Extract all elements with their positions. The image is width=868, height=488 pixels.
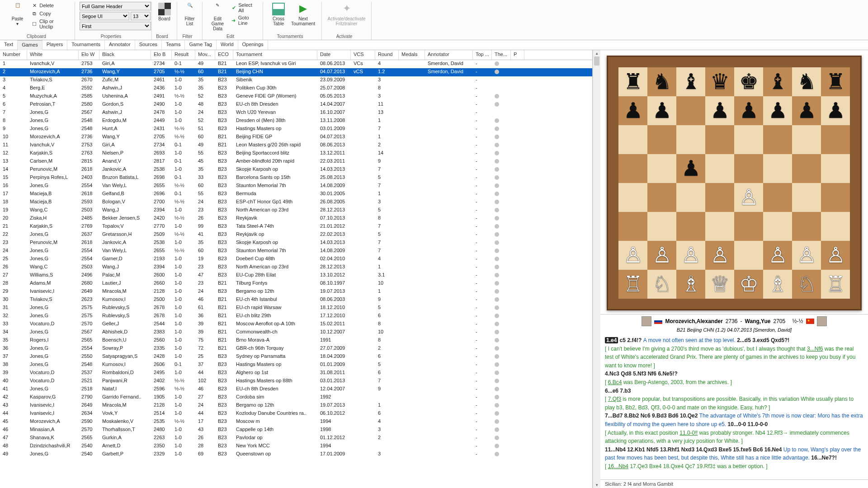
table-row[interactable]: 46Minasian,A2570Thorhallsson,T24801-043B… <box>0 426 592 434</box>
col-header[interactable]: Date <box>317 50 351 60</box>
table-row[interactable]: 8Jones,G2548Erdogdu,M24491-052B23Dresden… <box>0 117 592 125</box>
table-row[interactable]: 1Ivanchuk,V2753Giri,A27340-149B21Leon ES… <box>0 60 592 68</box>
scroll-up-icon[interactable]: ▲ <box>593 50 600 56</box>
font-select[interactable]: Segoe UI <box>80 12 129 20</box>
row-select[interactable]: First <box>80 22 151 30</box>
col-header[interactable]: Number <box>0 50 27 60</box>
tab-sources[interactable]: Sources <box>135 40 162 50</box>
tab-world[interactable]: World <box>217 40 238 50</box>
table-row[interactable]: 44Ivanisevic,I2634Vovk,Y25141-044B23Kozl… <box>0 410 592 418</box>
col-header[interactable]: The... <box>492 50 511 60</box>
col-header[interactable]: Medals <box>399 50 425 60</box>
selectall-button[interactable]: ✔Select All <box>229 2 258 14</box>
tab-openings[interactable]: Openings <box>238 40 268 50</box>
gotoline-button[interactable]: ➜Goto Line <box>229 14 258 26</box>
col-header[interactable]: Black <box>99 50 151 60</box>
style-select[interactable]: Full Game Header <box>80 2 151 10</box>
tab-games[interactable]: Games <box>18 40 42 50</box>
table-row[interactable]: 20Ziska,H2485Bekker Jensen,S2420½-½26B23… <box>0 215 592 223</box>
table-row[interactable]: 3Tiviakov,S2670Zufic,M24611-035B23Sibeni… <box>0 76 592 84</box>
copy-button[interactable]: ⧉Copy <box>29 10 70 17</box>
notation-pane[interactable]: 1.e4 c5 2.f4!? A move not often seen at … <box>600 334 868 479</box>
tab-game-tag[interactable]: Game Tag <box>185 40 217 50</box>
table-row[interactable]: 13Carlsen,M2815Anand,V28170-145B23Amber-… <box>0 158 592 166</box>
table-row[interactable]: 40Vocaturo,D2521Panjwani,R2402½-½102B23H… <box>0 377 592 385</box>
table-row[interactable]: 29Ivanisevic,I2649Miracola,M21281-024B23… <box>0 288 592 296</box>
table-row[interactable]: 16Jones,G2554Van Wely,L2655½-½60B23Staun… <box>0 182 592 190</box>
table-row[interactable]: 7Jones,G2567Ashwin,J24781-024B23Wch U20 … <box>0 109 592 117</box>
activate-button[interactable]: ✦ Activate/deactivate Fritztrainer <box>326 2 367 26</box>
table-row[interactable]: 2Morozevich,A2736Wang,Y2705½-½60B21Beiji… <box>0 68 592 76</box>
chessboard[interactable]: ♜♞♝♛♚♝♞♜♟♟♟♟♟♟♟♟♙♙♙♙♙♙♙♙♖♘♗♕♔♗♘♖ <box>607 56 862 310</box>
clip-button[interactable]: ☐Clip or Unclip <box>29 18 70 30</box>
table-row[interactable]: 49Jones,G2540Garbett,P23291-069B23Queens… <box>0 450 592 459</box>
table-row[interactable]: 9Jones,G2548Hunt,A2431½-½51B23Hastings M… <box>0 125 592 133</box>
table-row[interactable]: 47Shanava,K2565Gurkin,A22631-026B23Pavlo… <box>0 434 592 442</box>
col-header[interactable]: Elo W <box>79 50 99 60</box>
table-row[interactable]: 38Jones,G2548Kurnosov,I26060-137B23Hasti… <box>0 361 592 369</box>
scrollbar[interactable]: ▲ ▼ <box>593 50 600 488</box>
table-row[interactable]: 4Berg,E2592Ashwin,J24361-035B23Politiken… <box>0 84 592 93</box>
table-row[interactable]: 39Vocaturo,D2537Rombaldoni,D24951-044B23… <box>0 369 592 377</box>
table-row[interactable]: 42Kasparov,G2790Garrido Fernand..19051-0… <box>0 394 592 402</box>
table-row[interactable]: 10Morozevich,A2736Wang,Y2705½-½60B21Beij… <box>0 133 592 141</box>
table-row[interactable]: 21Karjakin,S2769Topalov,V27701-099B23Tat… <box>0 223 592 231</box>
col-header[interactable]: Annotator <box>425 50 473 60</box>
tab-annotator[interactable]: Annotator <box>105 40 135 50</box>
table-row[interactable]: 22Jones,G2637Gretarsson,H2509½-½41B23Rey… <box>0 231 592 239</box>
table-row[interactable]: 41Jones,G2518Nataf,I2596½-½46B23EU-ch 8t… <box>0 385 592 394</box>
size-select[interactable]: 13 <box>131 12 151 20</box>
table-row[interactable]: 15Perpinya Rofes,L2403Bruzon Batista,L26… <box>0 174 592 182</box>
crosstable-button[interactable]: Cross Table <box>268 2 289 26</box>
scroll-thumb[interactable] <box>594 56 599 66</box>
table-row[interactable]: 18Macieja,B2593Bologan,V2700½-½24B23ESP-… <box>0 198 592 206</box>
table-row[interactable]: 24Jones,G2554Van Wely,L2655½-½60B23Staun… <box>0 247 592 255</box>
white-name: Morozevich,Alexander <box>665 318 722 324</box>
tab-text[interactable]: Text <box>0 40 18 50</box>
delete-button[interactable]: ✕Delete <box>29 2 70 9</box>
table-row[interactable]: 28Adams,M2680Lautier,J26601-023B21Tilbur… <box>0 280 592 288</box>
table-row[interactable]: 31Jones,G2575Rublevsky,S26781-061B21EU-c… <box>0 304 592 312</box>
filter-button[interactable]: 🔍 Filter List <box>182 2 198 26</box>
col-header[interactable]: Round <box>375 50 399 60</box>
col-header[interactable]: Result <box>172 50 195 60</box>
paste-button[interactable]: 📋 Paste▾ <box>7 2 28 26</box>
col-header[interactable]: Mov... <box>195 50 215 60</box>
table-row[interactable]: 26Wang,C2503Wang,J23941-023B23North Amer… <box>0 263 592 272</box>
col-header[interactable]: Top ... <box>473 50 492 60</box>
table-row[interactable]: 17Macieja,B2618Gelfand,B26960-155B23Berm… <box>0 190 592 198</box>
board-button[interactable]: Board <box>156 2 172 21</box>
nexttourn-button[interactable]: ▶ Next Tournament <box>289 2 317 26</box>
table-row[interactable]: 6Petrosian,T2580Gordon,S24901-048B23EU-c… <box>0 101 592 109</box>
table-row[interactable]: 5Muzychuk,A2585Ushenina,A2491½-½52B23Gen… <box>0 93 592 101</box>
table-row[interactable]: 12Karjakin,S2763Nielsen,P26931-055B23Bei… <box>0 150 592 158</box>
table-row[interactable]: 19Wang,C2503Wang,J23941-023B23North Amer… <box>0 206 592 215</box>
tab-players[interactable]: Players <box>42 40 68 50</box>
table-row[interactable]: 43Ivanisevic,I2649Miracola,M21281-024B23… <box>0 402 592 410</box>
table-row[interactable]: 37Jones,G2550Satyapragyan,S24281-025B23S… <box>0 353 592 361</box>
table-row[interactable]: 11Ivanchuk,V2753Giri,A27340-149B21Leon M… <box>0 141 592 150</box>
tab-teams[interactable]: Teams <box>162 40 185 50</box>
table-row[interactable]: 48Dzindzichashvili,R2540Arnett,D23501-02… <box>0 442 592 450</box>
table-row[interactable]: 30Tiviakov,S2623Kurnosov,I25001-046B21EU… <box>0 296 592 304</box>
editgame-button[interactable]: ✎ Edit Game Data <box>207 2 228 31</box>
table-row[interactable]: 34Jones,G2567Abhishek,D23831-039B21Commo… <box>0 328 592 337</box>
table-row[interactable]: 27Williams,S2496Palac,M26001-047B23EU-Cu… <box>0 272 592 280</box>
col-header[interactable]: White <box>27 50 79 60</box>
tab-tournaments[interactable]: Tournaments <box>67 40 105 50</box>
scroll-down-icon[interactable]: ▼ <box>593 482 600 488</box>
table-row[interactable]: 33Vocaturo,D2570Geller,J25441-039B21Mosc… <box>0 320 592 328</box>
col-header[interactable]: ECO <box>215 50 233 60</box>
col-header[interactable]: VCS <box>351 50 375 60</box>
table-row[interactable]: 23Perunovic,M2618Jankovic,A25381-035B23S… <box>0 239 592 247</box>
col-header[interactable]: P <box>511 50 524 60</box>
table-row[interactable]: 36Jones,G2554Sowray,P23351-072B21GBR-ch … <box>0 345 592 353</box>
table-row[interactable]: 14Perunovic,M2618Jankovic,A25381-035B23S… <box>0 166 592 174</box>
table-row[interactable]: 32Jones,G2575Rublevsky,S26781-036B21EU-c… <box>0 312 592 320</box>
table-row[interactable]: 45Morozevich,A2590Moskalenko,V2535½-½17B… <box>0 418 592 426</box>
table-row[interactable]: 35Rogers,I2565Boensch,U25601-075B21Brno … <box>0 337 592 345</box>
col-header[interactable]: Tournament <box>233 50 317 60</box>
table-row[interactable]: 25Jones,G2554Garner,D21931-019B23Doeberl… <box>0 255 592 263</box>
col-header[interactable]: Elo B <box>151 50 172 60</box>
game-header: Morozevich,Alexander 2736 - Wang,Yue 270… <box>600 314 868 327</box>
